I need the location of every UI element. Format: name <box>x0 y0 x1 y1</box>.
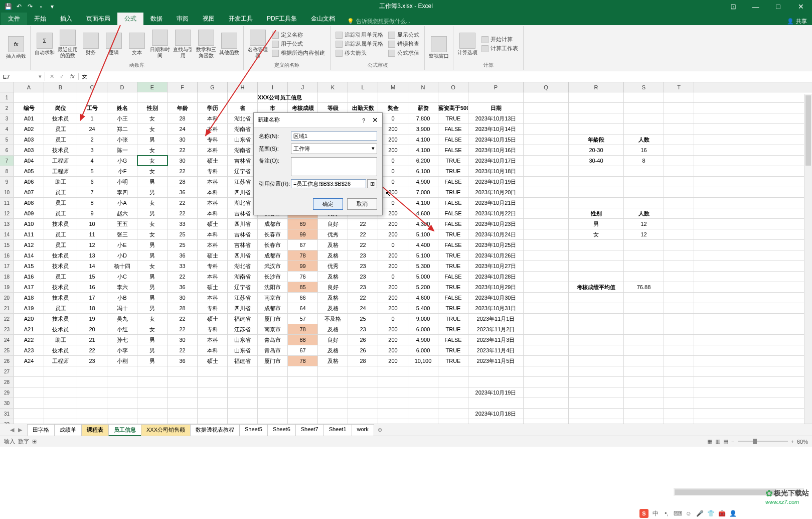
cell[interactable]: 员工 <box>44 303 77 313</box>
cell[interactable] <box>438 419 468 424</box>
cell[interactable] <box>468 366 524 376</box>
cell[interactable] <box>228 92 258 102</box>
row-header[interactable]: 27 <box>0 366 14 376</box>
cell[interactable] <box>408 419 438 424</box>
cell[interactable]: FALSE <box>438 335 468 345</box>
cell[interactable]: 2023年10月13日 <box>468 113 524 123</box>
cell[interactable] <box>569 198 624 208</box>
cell[interactable]: 工程师 <box>44 156 77 166</box>
cell[interactable] <box>569 240 624 250</box>
calc-now-button[interactable]: 开始计算 <box>479 35 520 44</box>
cell[interactable]: 性别 <box>569 208 624 218</box>
cell[interactable] <box>258 377 288 387</box>
cell[interactable]: 长沙市 <box>258 272 288 282</box>
cell[interactable]: 武汉市 <box>258 261 288 271</box>
cell[interactable] <box>664 324 694 334</box>
cell[interactable] <box>168 409 198 419</box>
cell[interactable]: 200 <box>378 356 408 366</box>
cell[interactable] <box>569 398 624 408</box>
cell[interactable] <box>438 366 468 376</box>
cell[interactable] <box>664 166 694 176</box>
row-header[interactable]: 16 <box>0 250 14 261</box>
define-name-button[interactable]: 定义名称 <box>270 31 327 39</box>
cell[interactable] <box>524 135 569 145</box>
cell[interactable] <box>258 387 288 398</box>
cell[interactable]: 郑二 <box>107 124 137 134</box>
cell[interactable] <box>524 156 569 166</box>
cell[interactable]: 女 <box>137 219 168 229</box>
cell[interactable] <box>664 219 694 229</box>
cell[interactable]: 男 <box>137 272 168 282</box>
cell[interactable]: 小A <box>107 198 137 208</box>
cell[interactable]: 22 <box>168 198 198 208</box>
cell[interactable] <box>438 387 468 398</box>
cell[interactable]: 李六 <box>107 282 137 292</box>
cell[interactable]: 200 <box>378 229 408 239</box>
cell[interactable] <box>318 366 348 376</box>
cell[interactable] <box>524 356 569 366</box>
column-header[interactable]: Q <box>524 82 569 92</box>
cell[interactable] <box>524 261 569 271</box>
cell[interactable]: 2023年11月1日 <box>468 314 524 324</box>
cell[interactable] <box>198 398 228 408</box>
cell[interactable]: 28 <box>348 356 378 366</box>
cell[interactable] <box>524 387 569 398</box>
cell[interactable] <box>198 419 228 424</box>
user-icon[interactable]: 👤 <box>729 509 737 517</box>
cell[interactable] <box>378 377 408 387</box>
column-header[interactable]: R <box>569 82 624 92</box>
zoom-slider[interactable] <box>738 441 788 442</box>
cell[interactable] <box>664 398 694 408</box>
cell[interactable]: 30 <box>168 135 198 145</box>
cell[interactable] <box>524 124 569 134</box>
cell[interactable] <box>258 398 288 408</box>
cell[interactable] <box>107 387 137 398</box>
cell[interactable]: 本科 <box>198 187 228 197</box>
cell[interactable]: 冯十 <box>107 303 137 313</box>
sheet-tab[interactable]: Sheet7 <box>295 424 324 436</box>
column-header[interactable]: K <box>318 82 348 92</box>
cell[interactable]: 2023年10月18日 <box>468 166 524 176</box>
cell[interactable]: 76 <box>288 272 318 282</box>
cell[interactable]: A19 <box>14 303 44 313</box>
cell[interactable] <box>569 314 624 324</box>
cell[interactable]: 25 <box>348 314 378 324</box>
cell[interactable]: 助工 <box>44 177 77 187</box>
cell[interactable]: 18 <box>77 303 107 313</box>
cell[interactable]: 17 <box>77 293 107 303</box>
cell[interactable]: FALSE <box>438 145 468 155</box>
cell[interactable] <box>14 409 44 419</box>
tab-data[interactable]: 数据 <box>143 13 170 25</box>
cell[interactable] <box>198 92 228 102</box>
cell[interactable]: 23 <box>77 356 107 366</box>
cell[interactable] <box>77 398 107 408</box>
row-header[interactable]: 12 <box>0 208 14 218</box>
cell[interactable] <box>318 409 348 419</box>
cell[interactable]: 2023年10月21日 <box>468 198 524 208</box>
cell[interactable]: 小C <box>107 272 137 282</box>
cell[interactable]: TRUE <box>438 166 468 176</box>
cell[interactable]: 年龄段 <box>569 135 624 145</box>
cell[interactable]: 青岛市 <box>258 345 288 355</box>
cell[interactable] <box>664 261 694 271</box>
cell[interactable] <box>524 377 569 387</box>
cell[interactable]: 22 <box>348 229 378 239</box>
cell[interactable] <box>408 387 438 398</box>
calc-sheet-button[interactable]: 计算工作表 <box>479 44 520 53</box>
cell[interactable]: 0 <box>378 113 408 123</box>
cell[interactable] <box>524 345 569 355</box>
cell[interactable]: A03 <box>14 135 44 145</box>
cell[interactable]: 0 <box>378 166 408 176</box>
comment-textarea[interactable] <box>291 157 377 176</box>
cell[interactable]: 赵六 <box>107 208 137 218</box>
cell[interactable]: 女 <box>137 156 168 166</box>
cell[interactable]: 小张 <box>107 135 137 145</box>
cell[interactable]: A15 <box>14 261 44 271</box>
cell[interactable]: 22 <box>348 219 378 229</box>
cell[interactable]: 岗位 <box>44 103 77 113</box>
recent-functions-button[interactable]: 最近使用的函数 <box>57 29 79 60</box>
cell[interactable]: 88 <box>288 335 318 345</box>
cell[interactable] <box>624 398 664 408</box>
cell[interactable]: 2023年10月30日 <box>468 293 524 303</box>
cell[interactable] <box>524 419 569 424</box>
